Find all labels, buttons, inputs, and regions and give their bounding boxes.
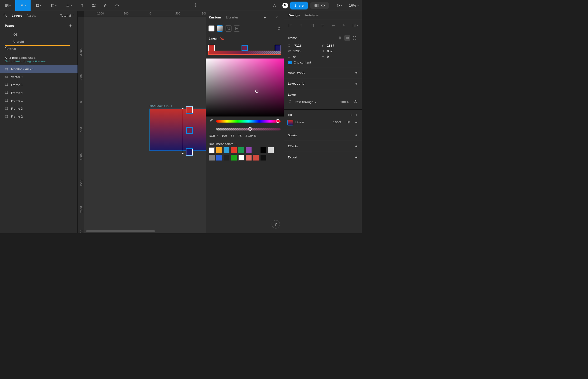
color-swatch[interactable] (268, 147, 274, 153)
color-swatch[interactable] (253, 155, 259, 161)
color-swatch[interactable] (231, 147, 237, 153)
layer-macbook[interactable]: MacBook Air - 1 (0, 65, 78, 73)
hue-knob[interactable] (276, 119, 279, 123)
color-b[interactable]: 75 (238, 134, 242, 138)
help-button[interactable]: ? (272, 220, 280, 229)
align-left[interactable] (287, 23, 293, 28)
canvas-viewport[interactable]: MacBook Air - 1 (84, 17, 206, 233)
fill-type-image[interactable] (225, 25, 232, 32)
align-right[interactable] (309, 23, 315, 28)
assets-tab[interactable]: Assets (27, 14, 36, 17)
color-swatch[interactable] (246, 155, 252, 161)
field-w[interactable]: 1280 (293, 50, 301, 53)
page-android[interactable]: Android (0, 38, 78, 45)
canvas-stop-2[interactable] (186, 127, 193, 134)
hue-slider[interactable] (216, 120, 281, 123)
align-hcenter[interactable] (298, 23, 304, 28)
file-name[interactable]: Tutorial⌃ (60, 14, 74, 17)
color-swatch[interactable] (261, 155, 266, 161)
color-swatch[interactable] (209, 147, 215, 153)
canvas-stop-3[interactable] (186, 149, 193, 156)
color-a[interactable]: 51.04% (245, 134, 257, 138)
align-distribute[interactable]: ▾ (352, 23, 358, 28)
resize-fit[interactable] (352, 35, 358, 41)
page-tutorial[interactable]: Tutorial (0, 45, 78, 52)
present-button[interactable]: ▾ (331, 0, 347, 11)
hand-tool[interactable] (100, 0, 111, 11)
field-radius[interactable]: 0 (327, 55, 329, 59)
gradient-type-select[interactable]: Linear➔ (206, 33, 284, 44)
resize-vertical[interactable] (337, 35, 343, 41)
zoom-level[interactable]: 16% ▾ (349, 4, 359, 7)
fill-opacity[interactable]: 100% (333, 121, 341, 124)
add-page-button[interactable]: + (69, 23, 73, 28)
color-swatch[interactable] (238, 155, 244, 161)
blend-mode-icon[interactable] (277, 26, 281, 31)
audio-button[interactable] (269, 0, 280, 11)
color-swatch[interactable] (216, 155, 222, 161)
canvas-stop-1[interactable] (186, 106, 193, 113)
search-icon[interactable] (3, 13, 7, 18)
layer-opacity[interactable]: 100% (340, 100, 349, 104)
frame-title[interactable]: Frame (288, 36, 297, 40)
layer-frame1a[interactable]: Frame 1 (0, 81, 78, 89)
pen-tool[interactable]: ▾ (61, 0, 76, 11)
gradient-stop-1[interactable] (208, 45, 215, 51)
color-swatch[interactable] (253, 147, 259, 153)
gradient-stop-2[interactable] (242, 45, 248, 51)
layer-visibility[interactable] (353, 100, 358, 105)
artboard[interactable] (150, 109, 206, 151)
layer-vector1[interactable]: Vector 1 (0, 73, 78, 81)
page-ios[interactable]: iOS (0, 31, 78, 38)
gradient-stop-3[interactable] (275, 45, 281, 51)
scrollbar-horizontal[interactable] (86, 230, 155, 232)
color-swatch[interactable] (209, 155, 215, 161)
remove-fill[interactable]: − (355, 121, 358, 124)
fill-visibility[interactable] (346, 120, 350, 125)
add-stroke[interactable]: + (355, 134, 358, 137)
gradient-end-bottom[interactable] (182, 153, 184, 154)
resize-horizontal[interactable] (344, 35, 350, 41)
color-swatch[interactable] (224, 147, 229, 153)
color-r[interactable]: 109 (221, 134, 227, 138)
menu-button[interactable]: ▾ (0, 0, 15, 11)
add-export[interactable]: + (355, 156, 358, 159)
add-layoutgrid[interactable]: + (355, 82, 358, 85)
add-style-button[interactable]: + (261, 14, 268, 21)
add-effect[interactable]: + (355, 145, 358, 148)
color-g[interactable]: 35 (231, 134, 234, 138)
design-tab[interactable]: Design (288, 14, 300, 17)
color-swatch[interactable] (261, 147, 266, 153)
gradient-axis[interactable] (183, 109, 183, 153)
avatar[interactable]: M (282, 3, 288, 8)
upsell-link[interactable]: Get unlimited pages & more (5, 60, 46, 63)
alpha-slider[interactable] (216, 128, 281, 130)
color-swatch[interactable] (216, 147, 222, 153)
saturation-box[interactable] (206, 59, 284, 116)
prototype-tab[interactable]: Prototype (305, 14, 319, 17)
fill-type-gradient[interactable] (217, 25, 223, 32)
blend-mode[interactable]: Pass through ▾ (295, 100, 316, 104)
eyedropper-button[interactable] (209, 119, 214, 124)
alpha-knob[interactable] (248, 127, 252, 131)
move-tool[interactable]: ▾ (15, 0, 31, 11)
fill-styles[interactable]: ⠿ (350, 113, 353, 117)
libraries-tab[interactable]: Libraries (226, 16, 239, 19)
gradient-bar[interactable] (208, 51, 281, 55)
dev-mode-toggle[interactable] (310, 2, 329, 9)
align-vcenter[interactable] (331, 23, 336, 28)
layer-frame4[interactable]: Frame 4 (0, 89, 78, 97)
comment-tool[interactable] (111, 0, 123, 11)
layer-frame1b[interactable]: Frame 1 (0, 97, 78, 105)
add-autolayout[interactable]: + (355, 71, 358, 74)
field-h[interactable]: 832 (327, 50, 332, 53)
color-swatch[interactable] (224, 155, 229, 161)
color-swatch[interactable] (238, 147, 244, 153)
gradient-end-top[interactable] (182, 108, 184, 109)
text-tool[interactable] (76, 0, 88, 11)
resources-tool[interactable] (88, 0, 100, 11)
fill-type-solid[interactable] (208, 25, 215, 32)
frame-label[interactable]: MacBook Air - 1 (150, 104, 172, 108)
fill-type-video[interactable] (234, 25, 240, 32)
color-swatch[interactable] (246, 147, 252, 153)
